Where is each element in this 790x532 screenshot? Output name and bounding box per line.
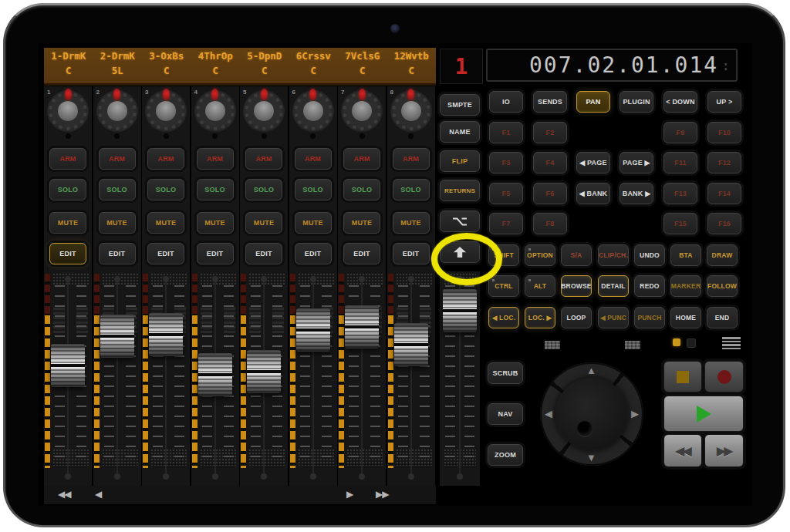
f12-button[interactable]: F12 [707,152,741,173]
punch-button[interactable]: PUNCH [634,307,665,328]
menu-icon[interactable] [722,337,741,350]
mute-button[interactable]: MUTE [245,212,282,234]
rewind-button[interactable]: ◀◀ [663,434,702,467]
bta-button[interactable]: BTA [670,244,701,266]
edit-button[interactable]: EDIT [245,243,282,264]
alt-button[interactable]: ALT [525,275,555,297]
f8-button[interactable]: F8 [533,213,567,234]
jog-down-icon[interactable]: ▼ [586,453,596,463]
option-key-button[interactable] [440,210,480,232]
arm-button[interactable]: ARM [245,148,282,170]
redo-button[interactable]: REDO [634,275,665,297]
fader-cap[interactable] [149,313,183,356]
f14-button[interactable]: F14 [707,183,741,204]
name-button[interactable]: NAME [440,121,480,143]
f6-button[interactable]: F6 [533,183,567,204]
punc-left-button[interactable]: ◀ PUNC [598,307,629,328]
draw-button[interactable]: DRAW [707,244,738,266]
pan-knob[interactable]: 4 [191,86,239,140]
f5-button[interactable]: F5 [489,183,523,204]
page-right-button[interactable]: PAGE ▶ [620,152,653,173]
scrub-button[interactable]: SCRUB [488,362,523,384]
edit-button[interactable]: EDIT [197,243,234,264]
pan-button[interactable]: PAN [576,91,610,113]
jog-left-icon[interactable]: ◀ [545,409,552,419]
loc-left-button[interactable]: ◀ LOC. [488,307,519,328]
channel-left-arrow[interactable]: ◀ [95,489,101,500]
pan-knob[interactable]: 8 [387,86,435,140]
stop-button[interactable] [663,361,702,392]
f13-button[interactable]: F13 [663,183,697,204]
arm-button[interactable]: ARM [393,148,430,170]
jog-wheel-inner[interactable] [555,378,628,450]
loc-right-button[interactable]: LOC. ▶ [525,307,555,328]
channel-right-arrow[interactable]: ▶ [346,489,353,500]
edit-button[interactable]: EDIT [49,243,86,264]
solo-button[interactable]: SOLO [295,179,332,200]
mute-button[interactable]: MUTE [393,212,430,234]
ctrl-button[interactable]: CTRL [488,275,519,297]
edit-button[interactable]: EDIT [147,243,184,264]
f1-button[interactable]: F1 [489,122,523,143]
fader-cap[interactable] [51,344,85,387]
mute-button[interactable]: MUTE [197,212,234,234]
sa-button[interactable]: S/A [561,244,592,266]
pan-knob[interactable]: 2 [93,86,141,140]
arm-button[interactable]: ARM [343,148,380,170]
play-button[interactable] [663,396,744,432]
bank-right-arrows[interactable]: ▶▶ [376,489,388,500]
follow-button[interactable]: FOLLOW [707,275,738,297]
home-button[interactable]: HOME [670,307,701,328]
mute-button[interactable]: MUTE [343,212,380,234]
fader-cap[interactable] [198,353,232,396]
arm-button[interactable]: ARM [49,148,86,170]
mute-button[interactable]: MUTE [147,212,184,234]
mute-button[interactable]: MUTE [295,212,332,234]
f10-button[interactable]: F10 [707,122,741,143]
zoom-button[interactable]: ZOOM [488,444,523,466]
master-fader-cap[interactable] [443,289,477,332]
f4-button[interactable]: F4 [533,152,567,173]
mute-button[interactable]: MUTE [49,212,86,234]
arm-button[interactable]: ARM [99,148,136,170]
nav-button[interactable]: NAV [488,403,523,425]
f16-button[interactable]: F16 [707,213,741,234]
solo-button[interactable]: SOLO [343,179,380,200]
pan-knob[interactable]: 5 [240,86,288,140]
bank-left-button[interactable]: ◀ BANK [576,183,610,204]
f2-button[interactable]: F2 [533,122,567,143]
page-left-button[interactable]: ◀ PAGE [576,152,610,173]
f7-button[interactable]: F7 [489,213,523,234]
edit-button[interactable]: EDIT [343,243,380,264]
browse-button[interactable]: BROWSE [561,275,592,297]
arm-button[interactable]: ARM [147,148,184,170]
fader-cap[interactable] [296,308,330,352]
solo-button[interactable]: SOLO [147,179,184,200]
jog-up-icon[interactable]: ▲ [586,365,596,375]
fast-forward-button[interactable]: ▶▶ [704,434,744,467]
f11-button[interactable]: F11 [663,152,697,173]
f15-button[interactable]: F15 [663,213,697,234]
option-button[interactable]: OPTION [525,244,555,266]
solo-button[interactable]: SOLO [197,179,234,200]
edit-button[interactable]: EDIT [295,243,332,264]
detail-button[interactable]: DETAIL [598,275,629,297]
loop-button[interactable]: LOOP [561,307,592,328]
sends-button[interactable]: SENDS [533,91,567,113]
returns-button[interactable]: RETURNS [440,180,480,201]
fader-cap[interactable] [247,350,281,393]
record-button[interactable] [704,361,744,392]
solo-button[interactable]: SOLO [49,179,86,200]
solo-button[interactable]: SOLO [393,179,430,200]
io-button[interactable]: IO [489,91,523,113]
bank-right-button[interactable]: BANK ▶ [620,183,653,204]
f9-button[interactable]: F9 [663,122,697,143]
undo-button[interactable]: UNDO [634,244,665,266]
marker-button[interactable]: MARKER [670,275,701,297]
pan-knob[interactable]: 1 [44,86,92,140]
plugin-button[interactable]: PLUGIN [620,91,653,113]
flip-button[interactable]: FLIP [440,150,480,172]
smpte-button[interactable]: SMPTE [440,94,480,116]
edit-button[interactable]: EDIT [99,243,136,264]
jog-right-icon[interactable]: ▶ [631,409,639,419]
